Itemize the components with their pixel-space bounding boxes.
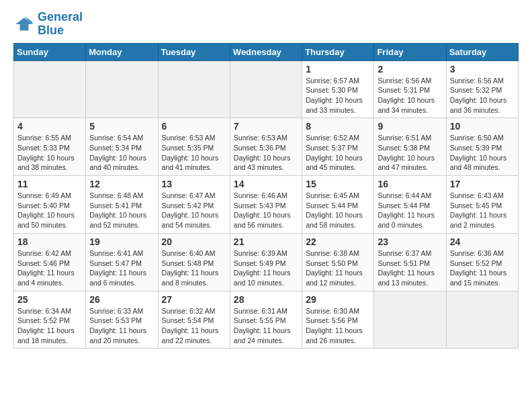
calendar-week-5: 25Sunrise: 6:34 AMSunset: 5:52 PMDayligh… <box>14 291 519 349</box>
day-info: Sunrise: 6:30 AMSunset: 5:56 PMDaylight:… <box>306 306 370 346</box>
calendar-cell: 19Sunrise: 6:41 AMSunset: 5:47 PMDayligh… <box>86 233 158 291</box>
day-number: 14 <box>234 179 298 189</box>
calendar-cell: 12Sunrise: 6:48 AMSunset: 5:41 PMDayligh… <box>86 176 158 234</box>
calendar-cell <box>86 60 158 118</box>
calendar-cell: 13Sunrise: 6:47 AMSunset: 5:42 PMDayligh… <box>158 176 230 234</box>
day-number: 4 <box>17 121 82 132</box>
calendar-cell: 8Sunrise: 6:52 AMSunset: 5:37 PMDaylight… <box>302 118 374 176</box>
day-number: 22 <box>306 236 370 247</box>
calendar-cell: 29Sunrise: 6:30 AMSunset: 5:56 PMDayligh… <box>302 291 374 349</box>
calendar-cell: 14Sunrise: 6:46 AMSunset: 5:43 PMDayligh… <box>230 176 302 234</box>
calendar-cell: 6Sunrise: 6:53 AMSunset: 5:35 PMDaylight… <box>158 118 230 176</box>
day-info: Sunrise: 6:41 AMSunset: 5:47 PMDaylight:… <box>89 248 154 288</box>
day-number: 8 <box>306 121 370 132</box>
calendar-week-1: 1Sunrise: 6:57 AMSunset: 5:30 PMDaylight… <box>14 60 519 118</box>
calendar-cell <box>446 291 518 349</box>
day-info: Sunrise: 6:54 AMSunset: 5:34 PMDaylight:… <box>89 133 154 173</box>
header-monday: Monday <box>86 43 158 60</box>
calendar-cell <box>230 60 302 118</box>
day-number: 13 <box>162 179 226 189</box>
calendar-cell: 25Sunrise: 6:34 AMSunset: 5:52 PMDayligh… <box>14 291 86 349</box>
day-info: Sunrise: 6:53 AMSunset: 5:35 PMDaylight:… <box>162 133 226 173</box>
calendar-cell: 21Sunrise: 6:39 AMSunset: 5:49 PMDayligh… <box>230 233 302 291</box>
calendar-cell: 27Sunrise: 6:32 AMSunset: 5:54 PMDayligh… <box>158 291 230 349</box>
day-number: 15 <box>306 179 370 189</box>
day-info: Sunrise: 6:38 AMSunset: 5:50 PMDaylight:… <box>306 248 370 288</box>
day-number: 21 <box>234 236 298 247</box>
day-info: Sunrise: 6:44 AMSunset: 5:44 PMDaylight:… <box>378 191 442 230</box>
day-info: Sunrise: 6:31 AMSunset: 5:55 PMDaylight:… <box>234 306 298 346</box>
day-info: Sunrise: 6:52 AMSunset: 5:37 PMDaylight:… <box>306 133 370 173</box>
day-info: Sunrise: 6:37 AMSunset: 5:51 PMDaylight:… <box>378 248 442 288</box>
calendar-cell: 11Sunrise: 6:49 AMSunset: 5:40 PMDayligh… <box>14 176 86 234</box>
day-number: 12 <box>89 179 154 189</box>
day-info: Sunrise: 6:47 AMSunset: 5:42 PMDaylight:… <box>162 191 226 230</box>
page-header: General Blue <box>13 11 519 38</box>
day-number: 17 <box>450 179 515 189</box>
day-number: 10 <box>450 121 515 132</box>
day-info: Sunrise: 6:39 AMSunset: 5:49 PMDaylight:… <box>234 248 298 288</box>
day-info: Sunrise: 6:32 AMSunset: 5:54 PMDaylight:… <box>162 306 226 346</box>
day-number: 27 <box>162 294 226 305</box>
day-number: 1 <box>306 64 370 75</box>
day-number: 23 <box>378 236 442 247</box>
header-friday: Friday <box>374 43 446 60</box>
day-number: 20 <box>162 236 226 247</box>
day-number: 9 <box>378 121 442 132</box>
day-info: Sunrise: 6:57 AMSunset: 5:30 PMDaylight:… <box>306 76 370 116</box>
calendar-cell: 24Sunrise: 6:36 AMSunset: 5:52 PMDayligh… <box>446 233 518 291</box>
day-info: Sunrise: 6:40 AMSunset: 5:48 PMDaylight:… <box>162 248 226 288</box>
day-info: Sunrise: 6:51 AMSunset: 5:38 PMDaylight:… <box>378 133 442 173</box>
calendar-week-4: 18Sunrise: 6:42 AMSunset: 5:46 PMDayligh… <box>14 233 519 291</box>
calendar-cell: 20Sunrise: 6:40 AMSunset: 5:48 PMDayligh… <box>158 233 230 291</box>
day-number: 3 <box>450 64 515 75</box>
calendar-cell: 4Sunrise: 6:55 AMSunset: 5:33 PMDaylight… <box>14 118 86 176</box>
calendar-cell: 3Sunrise: 6:56 AMSunset: 5:32 PMDaylight… <box>446 60 518 118</box>
calendar-cell: 22Sunrise: 6:38 AMSunset: 5:50 PMDayligh… <box>302 233 374 291</box>
calendar-cell: 18Sunrise: 6:42 AMSunset: 5:46 PMDayligh… <box>14 233 86 291</box>
header-saturday: Saturday <box>446 43 518 60</box>
calendar-table: SundayMondayTuesdayWednesdayThursdayFrid… <box>13 43 519 349</box>
day-info: Sunrise: 6:36 AMSunset: 5:52 PMDaylight:… <box>450 248 515 288</box>
header-tuesday: Tuesday <box>158 43 230 60</box>
day-number: 6 <box>162 121 226 132</box>
calendar-cell <box>374 291 446 349</box>
day-info: Sunrise: 6:43 AMSunset: 5:45 PMDaylight:… <box>450 191 515 230</box>
day-number: 11 <box>17 179 82 189</box>
day-number: 28 <box>234 294 298 305</box>
day-number: 7 <box>234 121 298 132</box>
calendar-cell: 2Sunrise: 6:56 AMSunset: 5:31 PMDaylight… <box>374 60 446 118</box>
calendar-cell: 7Sunrise: 6:53 AMSunset: 5:36 PMDaylight… <box>230 118 302 176</box>
calendar-cell: 16Sunrise: 6:44 AMSunset: 5:44 PMDayligh… <box>374 176 446 234</box>
calendar-cell: 15Sunrise: 6:45 AMSunset: 5:44 PMDayligh… <box>302 176 374 234</box>
calendar-cell: 10Sunrise: 6:50 AMSunset: 5:39 PMDayligh… <box>446 118 518 176</box>
header-thursday: Thursday <box>302 43 374 60</box>
day-number: 18 <box>17 236 82 247</box>
calendar-cell: 9Sunrise: 6:51 AMSunset: 5:38 PMDaylight… <box>374 118 446 176</box>
day-number: 25 <box>17 294 82 305</box>
day-number: 26 <box>89 294 154 305</box>
calendar-cell <box>158 60 230 118</box>
calendar-header-row: SundayMondayTuesdayWednesdayThursdayFrid… <box>14 43 519 60</box>
day-number: 16 <box>378 179 442 189</box>
svg-marker-0 <box>15 17 33 30</box>
day-number: 2 <box>378 64 442 75</box>
day-info: Sunrise: 6:34 AMSunset: 5:52 PMDaylight:… <box>17 306 82 346</box>
day-info: Sunrise: 6:53 AMSunset: 5:36 PMDaylight:… <box>234 133 298 173</box>
calendar-week-2: 4Sunrise: 6:55 AMSunset: 5:33 PMDaylight… <box>14 118 519 176</box>
calendar-cell: 1Sunrise: 6:57 AMSunset: 5:30 PMDaylight… <box>302 60 374 118</box>
day-info: Sunrise: 6:55 AMSunset: 5:33 PMDaylight:… <box>17 133 82 173</box>
logo: General Blue <box>13 11 83 38</box>
calendar-week-3: 11Sunrise: 6:49 AMSunset: 5:40 PMDayligh… <box>14 176 519 234</box>
header-wednesday: Wednesday <box>230 43 302 60</box>
calendar-cell: 17Sunrise: 6:43 AMSunset: 5:45 PMDayligh… <box>446 176 518 234</box>
day-info: Sunrise: 6:50 AMSunset: 5:39 PMDaylight:… <box>450 133 515 173</box>
day-info: Sunrise: 6:48 AMSunset: 5:41 PMDaylight:… <box>89 191 154 230</box>
day-number: 24 <box>450 236 515 247</box>
calendar-cell: 26Sunrise: 6:33 AMSunset: 5:53 PMDayligh… <box>86 291 158 349</box>
logo-text: General Blue <box>38 11 83 38</box>
calendar-cell: 28Sunrise: 6:31 AMSunset: 5:55 PMDayligh… <box>230 291 302 349</box>
day-info: Sunrise: 6:56 AMSunset: 5:31 PMDaylight:… <box>378 76 442 116</box>
day-info: Sunrise: 6:42 AMSunset: 5:46 PMDaylight:… <box>17 248 82 288</box>
day-number: 5 <box>89 121 154 132</box>
